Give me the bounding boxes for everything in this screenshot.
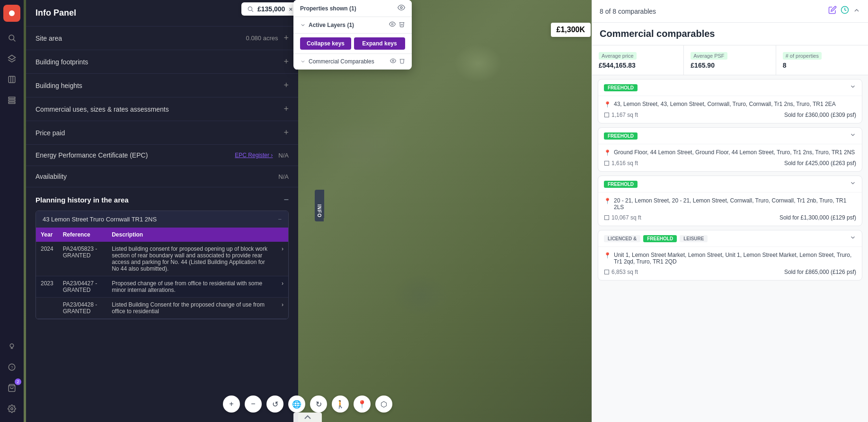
building-heights-expand-icon[interactable]: + [283, 80, 289, 90]
card-3-badge: FREEHOLD [604, 181, 638, 188]
panel-chevron-up[interactable] [853, 7, 860, 16]
active-layers-eye-icon[interactable] [389, 21, 396, 29]
map-zoom-out-button[interactable]: − [245, 396, 262, 413]
sidebar-icon-lightbulb[interactable] [3, 338, 20, 355]
sidebar-icon-map[interactable] [3, 71, 20, 88]
card-1-stats: 1,167 sq ft Sold for £360,000 (£309 psf) [604, 112, 856, 118]
price-paid-expand-icon[interactable]: + [283, 128, 289, 138]
planning-address-collapse[interactable]: − [278, 216, 282, 223]
layer-delete-icon[interactable] [399, 58, 405, 65]
map-bottom-chevron[interactable] [293, 413, 322, 422]
card-2-sold: Sold for £425,000 (£263 psf) [784, 160, 856, 167]
price-paid-header[interactable]: Price paid + [26, 121, 298, 144]
card-2-badge: FREEHOLD [604, 132, 638, 140]
clock-icon[interactable] [841, 6, 849, 17]
planning-col-description: Description [107, 228, 277, 242]
card-3-chevron[interactable] [850, 180, 856, 188]
planning-address-header: 43 Lemon Street Truro Cornwall TR1 2NS − [36, 211, 288, 228]
card-2-stats: 1,616 sq ft Sold for £425,000 (£263 psf) [604, 160, 856, 167]
sidebar-icon-home[interactable] [3, 5, 20, 22]
planning-year-1: 2024 [36, 242, 58, 276]
planning-table: Year Reference Description 2024 PA24/058… [36, 228, 288, 319]
active-layers-delete-icon[interactable] [399, 21, 405, 29]
card-4-sold: Sold for £865,000 (£126 psf) [784, 269, 856, 275]
svg-rect-25 [605, 216, 609, 220]
card-1-body: 📍 43, Lemon Street, 43, Lemon Street, Co… [598, 96, 862, 123]
map-person-button[interactable]: 🚶 [332, 396, 349, 413]
planning-history-section: Planning history in the area − 43 Lemon … [26, 187, 298, 327]
planning-arrow-3[interactable]: › [277, 298, 288, 319]
price-tag-1300k[interactable]: £1,300K [551, 23, 591, 37]
planning-col-year: Year [36, 228, 58, 242]
search-bar-close[interactable]: × [289, 6, 292, 13]
planning-arrow-2[interactable]: › [277, 276, 288, 298]
layer-sub-icons [390, 58, 405, 65]
card-1-sold: Sold for £360,000 (£309 psf) [784, 112, 856, 118]
sidebar-icon-settings[interactable] [3, 400, 20, 417]
collapse-expand-buttons: Collapse keys Expand keys [293, 34, 412, 54]
sidebar-icon-question[interactable]: ? [3, 359, 20, 376]
planning-arrow-1[interactable]: › [277, 242, 288, 276]
sidebar-icon-search[interactable] [3, 29, 20, 46]
edit-icon[interactable] [828, 6, 837, 17]
epc-label: Energy Performance Certificate (EPC) [35, 151, 148, 159]
right-panel-title: Commercial comparables [592, 23, 868, 45]
svg-point-16 [11, 408, 13, 410]
site-area-expand-icon[interactable]: + [283, 33, 289, 43]
planning-history-collapse[interactable]: − [283, 195, 289, 205]
epc-header[interactable]: Energy Performance Certificate (EPC) EPC… [26, 145, 298, 166]
svg-rect-4 [9, 76, 15, 83]
commercial-uses-header[interactable]: Commercial uses, sizes & rates assessmen… [26, 97, 298, 121]
commercial-uses-expand-icon[interactable]: + [283, 104, 289, 114]
card-2-sqft: 1,616 sq ft [604, 160, 638, 167]
building-footprints-label: Building footprints [35, 58, 88, 66]
layer-eye-icon[interactable] [390, 58, 396, 65]
card-3-sold: Sold for £1,300,000 (£129 psf) [779, 214, 856, 221]
card-4-header: LICENCED & FREEHOLD LEISURE [598, 230, 862, 247]
epc-register-link[interactable]: EPC Register › [235, 152, 273, 158]
card-4-sqft: 6,853 sq ft [604, 269, 638, 275]
planning-col-action [277, 228, 288, 242]
epc-section: Energy Performance Certificate (EPC) EPC… [26, 145, 298, 166]
svg-rect-26 [605, 270, 609, 274]
building-heights-header[interactable]: Building heights + [26, 74, 298, 97]
properties-shown-bar: Properties shown (1) [293, 0, 412, 17]
sidebar-icon-data[interactable] [3, 92, 20, 109]
svg-rect-9 [9, 102, 15, 104]
building-footprints-expand-icon[interactable]: + [283, 57, 289, 67]
card-4-address: 📍 Unit 1, Lemon Street Market, Lemon Str… [604, 252, 856, 265]
card-2-chevron[interactable] [850, 132, 856, 140]
properties-eye-icon[interactable] [398, 4, 405, 13]
building-footprints-header[interactable]: Building footprints + [26, 50, 298, 73]
num-properties-label: # of properties [783, 52, 822, 60]
map-globe-button[interactable]: 🌐 [288, 396, 305, 413]
expand-keys-button[interactable]: Expand keys [354, 37, 405, 50]
stat-num-properties: # of properties 8 [776, 45, 868, 75]
sidebar-icon-layers[interactable] [3, 50, 20, 67]
availability-header[interactable]: Availability N/A [26, 166, 298, 187]
right-panel-header-icons [828, 6, 860, 17]
avg-psf-label: Average PSF [691, 52, 727, 60]
site-area-header[interactable]: Site area 0.080 acres + [26, 26, 298, 50]
price-paid-label: Price paid [35, 129, 65, 137]
map-zoom-in-button[interactable]: + [223, 396, 240, 413]
card-1-chevron[interactable] [850, 83, 856, 92]
card-4-chevron[interactable] [850, 234, 856, 243]
collapse-keys-button[interactable]: Collapse keys [300, 37, 351, 50]
svg-point-0 [9, 10, 15, 16]
map-redo-button[interactable]: ↻ [310, 396, 327, 413]
map-location-button[interactable]: 📍 [354, 396, 371, 413]
left-sidebar: ? 2 [0, 0, 24, 422]
planning-row-3: PA23/04428 - GRANTED Listed Building Con… [36, 298, 288, 319]
info-panel: Info Panel × Site area 0.080 acres + Bui… [26, 0, 298, 422]
svg-point-21 [392, 60, 394, 62]
planning-ref-3: PA23/04428 - GRANTED [58, 298, 107, 319]
map-layers-button[interactable]: ⬡ [375, 396, 392, 413]
map-undo-button[interactable]: ↺ [266, 396, 283, 413]
sidebar-icon-cart[interactable]: 2 [3, 379, 20, 396]
planning-year-2: 2023 [36, 276, 58, 298]
planning-row-2: 2023 PA23/04427 - GRANTED Proposed chang… [36, 276, 288, 298]
right-panel: 8 of 8 comparables Commercial comparable… [592, 0, 868, 422]
map-search-bar: £135,000 × [241, 2, 298, 16]
right-panel-header: 8 of 8 comparables [592, 0, 868, 23]
